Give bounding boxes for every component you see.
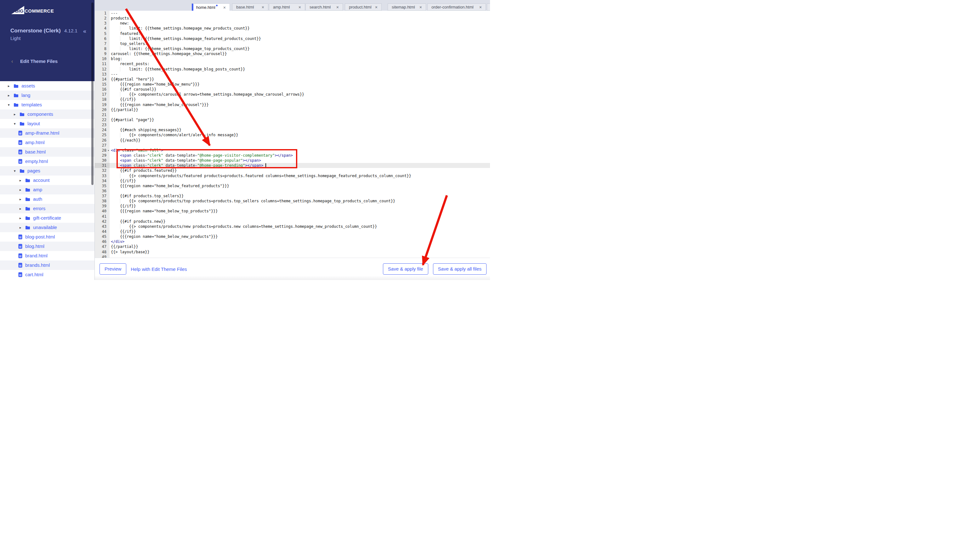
code-editor[interactable]: 1---2products:3 new:4 limit: {{theme_set…	[95, 11, 490, 258]
tree-item-pages[interactable]: ▾pages	[0, 166, 94, 175]
code-line-37[interactable]: 37 {{#if products.top_sellers}}	[95, 193, 490, 198]
code-line-6[interactable]: 6 limit: {{theme_settings.homepage_featu…	[95, 36, 490, 41]
tree-item-base-html[interactable]: base.html	[0, 147, 94, 157]
code-line-34[interactable]: 34 {{/if}}	[95, 178, 490, 183]
help-link[interactable]: Help with Edit Theme Files	[131, 267, 187, 272]
code-line-47[interactable]: 47{{/partial}}	[95, 244, 490, 249]
caret-right-icon[interactable]: ▸	[20, 213, 23, 223]
tree-item-amp-html[interactable]: amp.html	[0, 138, 94, 147]
code-line-23[interactable]: 23	[95, 122, 490, 127]
code-line-12[interactable]: 12 limit: {{theme_settings.homepage_blog…	[95, 67, 490, 72]
code-line-11[interactable]: 11 recent_posts:	[95, 62, 490, 67]
code-line-3[interactable]: 3 new:	[95, 21, 490, 26]
code-line-15[interactable]: 15 {{{region name="home_below_menu"}}}	[95, 82, 490, 87]
code-line-4[interactable]: 4 limit: {{theme_settings.homepage_new_p…	[95, 26, 490, 31]
tree-item-lang[interactable]: ▸lang	[0, 91, 94, 100]
code-line-38[interactable]: 38 {{> components/products/top products=…	[95, 198, 490, 203]
preview-button[interactable]: Preview	[100, 263, 126, 275]
caret-right-icon[interactable]: ▸	[14, 110, 18, 119]
save-apply-all-files-button[interactable]: Save & apply all files	[433, 263, 487, 275]
code-line-25[interactable]: 25 {{> components/common/alert/alert-inf…	[95, 132, 490, 137]
tab-close-icon[interactable]: ×	[420, 5, 422, 10]
code-line-35[interactable]: 35 {{{region name="home_below_featured_p…	[95, 183, 490, 188]
caret-right-icon[interactable]: ▸	[20, 223, 23, 232]
tree-item-auth[interactable]: ▸auth	[0, 195, 94, 204]
tree-item-templates[interactable]: ▾templates	[0, 100, 94, 110]
sidebar-scrollbar-thumb[interactable]	[91, 3, 94, 185]
tab-contact-us-html[interactable]: contact-us.html×	[487, 3, 490, 11]
caret-right-icon[interactable]: ▸	[8, 81, 12, 91]
tree-item-brands-html[interactable]: brands.html	[0, 260, 94, 270]
tab-base-html[interactable]: base.html×	[232, 3, 268, 11]
tree-item-empty-html[interactable]: empty.html	[0, 157, 94, 166]
code-line-43[interactable]: 43 {{> components/products/new products=…	[95, 224, 490, 229]
caret-down-icon[interactable]: ▾	[8, 100, 12, 110]
code-line-20[interactable]: 20{{/partial}}	[95, 107, 490, 112]
tab-search-html[interactable]: search.html×	[306, 3, 343, 11]
code-line-40[interactable]: 40 {{{region name="home_below_top_produc…	[95, 208, 490, 213]
caret-right-icon[interactable]: ▸	[20, 175, 23, 185]
tree-item-blog-post-html[interactable]: blog-post.html	[0, 232, 94, 242]
tab-product-html[interactable]: product.html×	[345, 3, 382, 11]
code-line-39[interactable]: 39 {{/if}}	[95, 203, 490, 208]
collapse-sidebar-icon[interactable]: «	[83, 28, 86, 35]
code-line-2[interactable]: 2products:	[95, 16, 490, 21]
caret-right-icon[interactable]: ▸	[20, 195, 23, 204]
code-line-17[interactable]: 17 {{> components/carousel arrows=theme_…	[95, 92, 490, 97]
code-line-36[interactable]: 36	[95, 188, 490, 193]
code-line-22[interactable]: 22{{#partial "page"}}	[95, 117, 490, 122]
code-line-8[interactable]: 8 limit: {{theme_settings.homepage_top_p…	[95, 46, 490, 51]
code-line-48[interactable]: 48{{> layout/base}}	[95, 250, 490, 255]
fold-caret-icon[interactable]: ▾	[108, 148, 109, 153]
code-line-7[interactable]: 7 top_sellers:	[95, 41, 490, 46]
code-line-32[interactable]: 32 {{#if products.featured}}	[95, 168, 490, 173]
code-line-5[interactable]: 5 featured:	[95, 31, 490, 36]
code-line-13[interactable]: 13---	[95, 72, 490, 77]
tree-item-gift-certificate[interactable]: ▸gift-certificate	[0, 213, 94, 223]
tab-close-icon[interactable]: ×	[223, 5, 226, 10]
tree-item-layout[interactable]: ▾layout	[0, 119, 94, 128]
code-line-30[interactable]: 30 <span class="clerk" data-template="@h…	[95, 158, 490, 163]
code-line-46[interactable]: 46</div>	[95, 239, 490, 244]
code-line-44[interactable]: 44 {{/if}}	[95, 229, 490, 234]
code-line-28[interactable]: 28▾<div class="main full">	[95, 148, 490, 153]
tab-close-icon[interactable]: ×	[299, 5, 301, 10]
code-line-27[interactable]: 27	[95, 143, 490, 148]
tab-sitemap-html[interactable]: sitemap.html×	[388, 3, 426, 11]
tree-item-blog-html[interactable]: blog.html	[0, 242, 94, 251]
caret-down-icon[interactable]: ▾	[14, 166, 18, 175]
tree-item-unavailable[interactable]: ▸unavailable	[0, 223, 94, 232]
tree-item-cart-html[interactable]: cart.html	[0, 270, 94, 279]
code-line-21[interactable]: 21	[95, 112, 490, 117]
code-line-42[interactable]: 42 {{#if products.new}}	[95, 219, 490, 224]
tab-close-icon[interactable]: ×	[375, 5, 378, 10]
back-chevron-icon[interactable]: ‹	[11, 58, 13, 64]
tab-close-icon[interactable]: ×	[336, 5, 339, 10]
caret-down-icon[interactable]: ▾	[14, 119, 18, 128]
save-apply-file-button[interactable]: Save & apply file	[383, 263, 428, 275]
tab-order-confirmation-html[interactable]: order-confirmation.html×	[427, 3, 486, 11]
tree-item-brand-html[interactable]: brand.html	[0, 251, 94, 260]
caret-right-icon[interactable]: ▸	[8, 91, 12, 100]
code-line-14[interactable]: 14{{#partial "hero"}}	[95, 77, 490, 82]
tree-item-account[interactable]: ▸account	[0, 175, 94, 185]
code-line-1[interactable]: 1---	[95, 11, 490, 16]
code-line-26[interactable]: 26 {{/each}}	[95, 138, 490, 143]
code-line-18[interactable]: 18 {{/if}}	[95, 97, 490, 102]
code-line-16[interactable]: 16 {{#if carousel}}	[95, 87, 490, 92]
code-line-10[interactable]: 10blog:	[95, 56, 490, 62]
tree-item-amp[interactable]: ▸amp	[0, 185, 94, 195]
tab-close-icon[interactable]: ×	[479, 5, 482, 10]
caret-right-icon[interactable]: ▸	[20, 185, 23, 195]
code-line-33[interactable]: 33 {{> components/products/featured prod…	[95, 173, 490, 178]
code-line-31[interactable]: 31 <span class="clerk" data-template="@h…	[95, 163, 490, 168]
tab-home-html[interactable]: home.html×	[192, 3, 230, 11]
edit-theme-files-nav[interactable]: ‹ Edit Theme Files	[0, 57, 94, 67]
tab-amp-html[interactable]: amp.html×	[269, 3, 305, 11]
tree-item-assets[interactable]: ▸assets	[0, 81, 94, 91]
code-line-45[interactable]: 45 {{{region name="home_below_new_produc…	[95, 234, 490, 239]
tree-item-amp-iframe-html[interactable]: amp-iframe.html	[0, 128, 94, 138]
code-line-19[interactable]: 19 {{{region name="home_below_carousel"}…	[95, 102, 490, 107]
code-line-24[interactable]: 24 {{#each shipping_messages}}	[95, 127, 490, 132]
tree-item-errors[interactable]: ▸errors	[0, 204, 94, 213]
